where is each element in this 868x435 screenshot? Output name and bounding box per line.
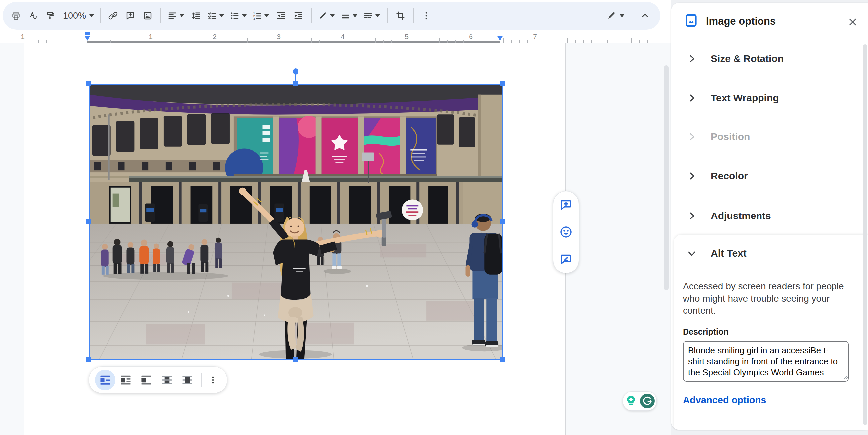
ruler-tick	[223, 39, 223, 42]
print-icon[interactable]	[7, 6, 25, 26]
numbered-list-icon[interactable]: 123	[250, 6, 265, 26]
section-adjustments[interactable]: Adjustments	[671, 207, 857, 225]
resize-handle-top-left[interactable]	[86, 81, 91, 86]
add-emoji-reaction-icon[interactable]	[558, 225, 574, 240]
section-size-rotation[interactable]: Size & Rotation	[671, 50, 857, 68]
section-text-wrapping[interactable]: Text Wrapping	[671, 89, 857, 107]
ruler-tick	[367, 39, 367, 42]
resize-handle-middle-right[interactable]	[500, 219, 505, 224]
resize-handle-top-right[interactable]	[500, 81, 505, 86]
description-textarea[interactable]: Blonde smiling girl in an accessiBe t- s…	[683, 341, 849, 381]
ruler-tick	[463, 39, 464, 42]
helper-line: content.	[683, 304, 856, 317]
ruler-number: 7	[533, 33, 537, 40]
chevron-down-icon	[89, 14, 94, 17]
section-label: Position	[711, 131, 750, 142]
add-comment-margin-icon[interactable]	[558, 197, 574, 212]
section-recolor[interactable]: Recolor	[671, 167, 857, 185]
add-comment-icon[interactable]	[122, 6, 139, 26]
advanced-options-link[interactable]: Advanced options	[683, 395, 766, 406]
ruler-tick	[271, 39, 271, 42]
hide-menus-icon[interactable]	[637, 6, 654, 26]
behind-text-button[interactable]	[157, 370, 177, 390]
chevron-down-icon	[687, 249, 697, 258]
decrease-indent-icon[interactable]	[272, 6, 290, 26]
ruler-tick	[119, 38, 119, 42]
ruler-tick	[583, 39, 584, 42]
chevron-down-icon[interactable]	[219, 14, 224, 17]
close-icon[interactable]	[846, 15, 859, 29]
chevron-down-icon[interactable]	[330, 14, 335, 17]
insert-image-icon[interactable]	[139, 6, 156, 26]
toolbar-divider	[160, 8, 161, 23]
section-label: Adjustments	[711, 210, 771, 222]
resize-handle-middle-left[interactable]	[86, 219, 91, 224]
ruler-tick	[294, 39, 295, 42]
ruler-tick	[495, 39, 495, 42]
resize-handle-bottom-right[interactable]	[500, 357, 505, 362]
ruler-tick	[191, 39, 191, 42]
chevron-down-icon[interactable]	[353, 14, 358, 17]
insert-link-icon[interactable]	[104, 6, 122, 26]
panel-scrollbar[interactable]	[863, 45, 867, 425]
wrap-in-line-button[interactable]	[95, 370, 116, 390]
ruler-tick	[303, 39, 303, 42]
selected-document-image[interactable]	[89, 84, 503, 359]
increase-indent-icon[interactable]	[290, 6, 307, 26]
chevron-down-icon[interactable]	[620, 14, 624, 17]
left-indent-marker[interactable]	[84, 35, 90, 40]
spell-check-icon[interactable]	[25, 6, 42, 26]
chevron-down-icon[interactable]	[265, 14, 269, 17]
image-options-icon	[684, 13, 698, 27]
checklist-icon[interactable]	[205, 6, 219, 26]
first-line-indent-marker[interactable]	[85, 32, 90, 35]
helper-line: Accessed by screen readers for people	[683, 280, 856, 292]
ruler-tick	[311, 38, 312, 42]
canvas-margin-right	[565, 42, 672, 435]
ruler-tick	[166, 39, 167, 42]
zoom-select[interactable]: 100%	[59, 11, 96, 21]
ruler-tick	[359, 39, 359, 42]
editing-mode-icon[interactable]	[602, 6, 620, 26]
ruler-tick	[230, 39, 231, 42]
border-weight-icon[interactable]	[338, 6, 353, 26]
chevron-down-icon[interactable]	[180, 14, 184, 17]
in-front-of-text-button[interactable]	[177, 370, 198, 390]
resize-handle-bottom-left[interactable]	[86, 357, 91, 362]
ruler-tick	[55, 38, 55, 42]
crop-image-icon[interactable]	[392, 6, 409, 26]
description-label: Description	[683, 327, 728, 337]
alt-text-helper: Accessed by screen readers for people wh…	[683, 280, 856, 317]
line-spacing-icon[interactable]	[187, 6, 205, 26]
resize-handle-top-center[interactable]	[293, 81, 298, 86]
bulleted-list-icon[interactable]	[227, 6, 242, 26]
chevron-down-icon[interactable]	[375, 14, 380, 17]
ruler-tick	[431, 39, 431, 42]
border-dash-icon[interactable]	[361, 6, 375, 26]
chevron-down-icon[interactable]	[242, 14, 247, 17]
wrap-text-button[interactable]	[116, 370, 136, 390]
ruler-tick	[319, 39, 319, 42]
border-color-icon[interactable]	[315, 6, 330, 26]
more-options-icon[interactable]	[418, 6, 435, 26]
ruler-tick	[335, 39, 336, 42]
rotation-handle[interactable]	[293, 68, 298, 75]
ruler-tick	[575, 39, 576, 42]
ruler-tick	[38, 39, 39, 42]
grammarly-widget[interactable]	[623, 392, 657, 411]
document-scrollbar[interactable]	[664, 65, 669, 290]
break-text-button[interactable]	[136, 370, 157, 390]
toolbar-right-group	[602, 6, 654, 26]
align-icon[interactable]	[165, 6, 180, 26]
image-more-options-icon[interactable]	[205, 370, 221, 390]
section-alt-text[interactable]: Alt Text	[671, 244, 857, 263]
suggest-edits-icon[interactable]	[558, 252, 574, 267]
ruler-tick	[615, 39, 616, 42]
paint-format-icon[interactable]	[42, 6, 59, 26]
ruler-number: 1	[149, 33, 153, 40]
resize-handle-bottom-center[interactable]	[293, 357, 298, 362]
ruler-tick	[102, 39, 103, 42]
right-indent-marker[interactable]	[497, 35, 503, 40]
chevron-right-icon	[687, 54, 697, 64]
ruler-tick	[135, 39, 135, 42]
